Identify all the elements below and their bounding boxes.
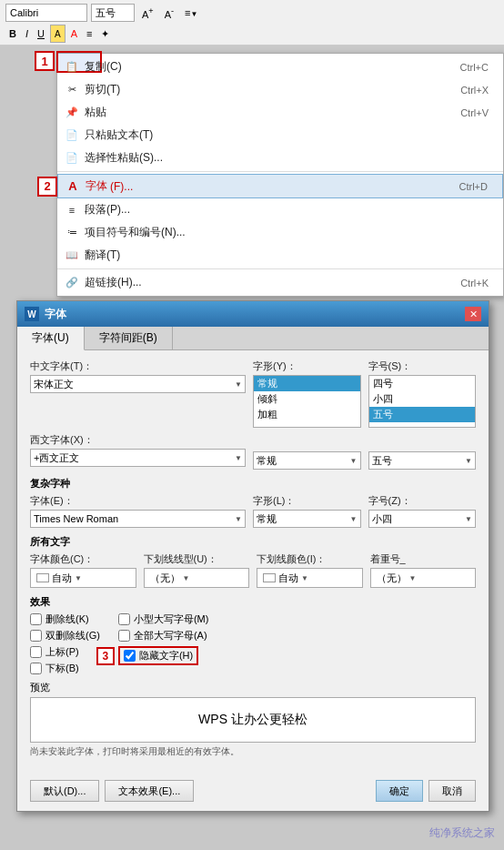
menu-bullets-label: 项目符号和编号(N)... <box>85 225 186 240</box>
emphasis-arrow: ▼ <box>409 574 417 582</box>
complex-font-select-wrapper: Times New Roman <box>30 510 246 528</box>
bold-btn[interactable]: B <box>5 25 20 43</box>
emphasis-value: （无） <box>377 572 407 585</box>
menu-item-paste-text[interactable]: 📄 只粘贴文本(T) <box>57 124 503 147</box>
menu-hyperlink-label: 超链接(H)... <box>85 275 142 290</box>
cut-icon: ✂ <box>63 84 81 96</box>
italic-btn[interactable]: I <box>22 25 32 43</box>
size-option-small4[interactable]: 小四 <box>369 391 476 407</box>
effects-section-label: 效果 <box>30 595 476 609</box>
effect-small-caps-label: 小型大写字母(M) <box>134 612 209 626</box>
menu-paste-text-label: 只粘贴文本(T) <box>85 127 153 143</box>
menu-item-paragraph[interactable]: ≡ 段落(P)... <box>57 198 503 221</box>
underline-color-arrow: ▼ <box>301 574 308 582</box>
effect-double-strikethrough[interactable]: 双删除线(G) <box>30 629 100 643</box>
font-color-arrow: ▼ <box>75 574 82 582</box>
dialog-title: W 字体 <box>25 307 66 322</box>
paste-text-icon: 📄 <box>63 129 81 141</box>
highlight-btn[interactable]: A <box>50 25 66 43</box>
complex-size-label: 字号(Z)： <box>368 494 477 508</box>
menu-item-copy[interactable]: 📋 复制(C) Ctrl+C <box>57 56 503 78</box>
effect-strikethrough[interactable]: 删除线(K) <box>30 612 100 626</box>
size-label: 字号(S)： <box>368 359 477 373</box>
size-select[interactable]: 五号 <box>368 451 477 470</box>
menu-item-translate[interactable]: 📖 翻译(T) <box>57 244 503 267</box>
style-listbox[interactable]: 常规 倾斜 加粗 <box>253 375 361 428</box>
effect-small-caps-cb[interactable] <box>118 613 130 625</box>
font-size-decrease-btn[interactable]: A- <box>161 4 177 22</box>
effect-all-caps-cb[interactable] <box>118 630 130 642</box>
menu-item-bullets[interactable]: ≔ 项目符号和编号(N)... <box>57 221 503 244</box>
font-name-input[interactable] <box>5 4 87 22</box>
complex-style-select[interactable]: 常规 <box>253 510 361 528</box>
size-option-4[interactable]: 四号 <box>369 376 476 391</box>
font-icon: A <box>64 179 82 193</box>
underline-type-btn[interactable]: （无） ▼ <box>144 568 250 588</box>
menu-item-cut[interactable]: ✂ 剪切(T) Ctrl+X <box>57 78 503 101</box>
style-option-italic[interactable]: 倾斜 <box>254 391 360 407</box>
ok-btn[interactable]: 确定 <box>376 780 423 802</box>
extra-btn[interactable]: ✦ <box>97 25 113 43</box>
menu-paste-shortcut: Ctrl+V <box>460 107 489 118</box>
effect-superscript-cb[interactable] <box>30 646 42 658</box>
effect-small-caps[interactable]: 小型大写字母(M) <box>118 612 209 626</box>
menu-hyperlink-shortcut: Ctrl+K <box>460 278 489 288</box>
font-color-btn[interactable]: 自动 ▼ <box>30 568 136 588</box>
style-option-bold[interactable]: 加粗 <box>254 407 360 422</box>
menu-item-paste[interactable]: 📌 粘贴 Ctrl+V <box>57 101 503 124</box>
effect-hidden-text[interactable]: 隐藏文字(H) <box>124 649 193 663</box>
font-size-input[interactable] <box>91 4 135 22</box>
menu-font-shortcut: Ctrl+D <box>459 181 488 192</box>
chinese-font-select[interactable]: 宋体正文 <box>30 375 246 393</box>
font-color-btn[interactable]: A <box>67 25 81 43</box>
effect-subscript-cb[interactable] <box>30 663 42 674</box>
complex-size-select[interactable]: 小四 <box>368 510 477 528</box>
style-select[interactable]: 常规 <box>253 451 361 470</box>
underline-color-btn[interactable]: 自动 ▼ <box>257 568 363 588</box>
paste-icon: 📌 <box>63 106 81 118</box>
translate-icon: 📖 <box>63 249 81 261</box>
effect-all-caps-label: 全部大写字母(A) <box>134 629 207 643</box>
default-btn[interactable]: 默认(D)... <box>30 780 99 802</box>
west-font-select-wrapper: +西文正文 <box>30 449 246 467</box>
complex-section-label: 复杂字种 <box>30 477 476 491</box>
step3-label: 3 <box>96 647 115 665</box>
menu-cut-label: 剪切(T) <box>85 82 120 97</box>
step2-label: 2 <box>37 177 57 197</box>
effect-superscript[interactable]: 上标(P) <box>30 645 100 659</box>
size-select-wrapper: 五号 <box>368 451 477 470</box>
underline-btn[interactable]: U <box>34 25 48 43</box>
menu-paragraph-label: 段落(P)... <box>85 202 130 218</box>
west-font-select[interactable]: +西文正文 <box>30 449 246 467</box>
effect-strikethrough-cb[interactable] <box>30 613 42 625</box>
style-option-regular[interactable]: 常规 <box>254 376 360 391</box>
menu-translate-label: 翻译(T) <box>85 248 120 263</box>
font-size-increase-btn[interactable]: A+ <box>138 4 157 22</box>
menu-item-paste-special[interactable]: 📄 选择性粘贴(S)... <box>57 147 503 169</box>
align-btn[interactable]: ≡ <box>83 25 96 43</box>
menu-item-hyperlink[interactable]: 🔗 超链接(H)... Ctrl+K <box>57 271 503 294</box>
emphasis-btn[interactable]: （无） ▼ <box>370 568 477 588</box>
menu-item-font[interactable]: A 字体 (F)... Ctrl+D <box>57 174 503 198</box>
underline-color-label: 下划线颜色(I)： <box>257 552 363 566</box>
paragraph-icon: ≡ <box>63 205 81 216</box>
text-effect-btn[interactable]: 文本效果(E)... <box>105 780 194 802</box>
effect-all-caps[interactable]: 全部大写字母(A) <box>118 629 209 643</box>
cancel-btn[interactable]: 取消 <box>428 780 476 802</box>
size-listbox[interactable]: 四号 小四 五号 <box>368 375 477 428</box>
effect-subscript[interactable]: 下标(B) <box>30 662 100 675</box>
size-option-5[interactable]: 五号 <box>369 407 476 422</box>
preview-section: 预览 WPS 让办公更轻松 尚未安装此字体，打印时将采用最相近的有效字体。 <box>30 681 476 758</box>
effect-hidden-text-cb[interactable] <box>124 650 136 662</box>
underline-color-swatch <box>263 573 276 582</box>
complex-font-select[interactable]: Times New Roman <box>30 510 246 528</box>
effect-double-strikethrough-cb[interactable] <box>30 630 42 642</box>
effect-hidden-text-label: 隐藏文字(H) <box>139 649 193 663</box>
underline-type-arrow: ▼ <box>183 574 190 582</box>
clear-format-btn[interactable]: ≡▼ <box>181 4 201 22</box>
style-label: 字形(Y)： <box>253 359 361 373</box>
watermark: 纯净系统之家 <box>429 825 495 841</box>
tab-char-spacing[interactable]: 字符间距(B) <box>85 327 173 349</box>
dialog-close-btn[interactable]: ✕ <box>465 307 481 321</box>
tab-font[interactable]: 字体(U) <box>17 327 85 350</box>
